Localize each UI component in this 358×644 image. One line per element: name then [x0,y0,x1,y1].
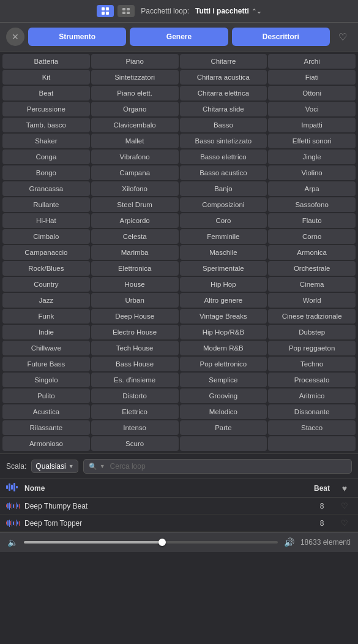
tag-cell[interactable]: Hip Hop [180,277,267,292]
tag-cell[interactable]: Pulito [2,388,90,403]
tag-cell[interactable]: Future Bass [2,357,90,371]
tag-cell[interactable]: Techno [268,357,356,371]
tag-cell[interactable]: Armonica [268,245,356,260]
tag-cell[interactable]: World [268,293,356,308]
tag-cell[interactable]: Femminile [180,229,267,244]
search-box[interactable]: 🔍 ▼ Cerca loop [83,459,352,474]
tag-cell[interactable]: Processato [268,373,356,387]
tag-cell[interactable]: Rilassante [2,420,90,435]
tag-cell[interactable]: Coro [180,213,267,228]
tag-cell[interactable]: Percussione [2,102,90,116]
volume-high-icon[interactable]: 🔊 [284,537,294,547]
track-favorite[interactable]: ♡ [337,518,352,528]
tag-cell[interactable]: Basso elettrico [180,150,267,164]
tag-cell[interactable]: Pop elettronico [180,357,267,371]
tag-cell[interactable]: Jingle [268,150,356,164]
tag-cell[interactable]: House [91,277,179,292]
tag-cell[interactable]: Chitarre [180,54,267,69]
tag-cell[interactable]: Campanaccio [2,245,90,260]
tag-cell[interactable]: Vintage Breaks [180,309,267,324]
favorites-btn[interactable]: ♡ [334,28,352,46]
tag-cell[interactable]: Hip Hop/R&B [180,325,267,339]
tag-cell[interactable]: Basso acustico [180,165,267,180]
tag-cell[interactable]: Hi-Hat [2,213,90,228]
tag-cell[interactable]: Vibrafono [91,150,179,164]
volume-slider[interactable] [24,541,278,544]
tag-cell[interactable]: Distorto [91,388,179,403]
pacchetti-select[interactable]: Tutti i pacchetti ⌃⌄ [195,7,261,15]
tag-cell[interactable]: Composizioni [180,197,267,212]
tag-cell[interactable]: Organo [91,102,179,116]
tag-cell[interactable]: Rullante [2,197,90,212]
tag-cell[interactable]: Modern R&B [180,341,267,355]
tag-cell[interactable]: Ottoni [268,86,356,100]
tag-cell[interactable]: Sassofono [268,197,356,212]
tag-cell[interactable]: Dissonante [268,404,356,419]
tag-cell[interactable]: Effetti sonori [268,134,356,148]
tag-cell[interactable]: Grooving [180,388,267,403]
tag-cell[interactable]: Fiati [268,70,356,85]
tag-cell[interactable]: Aritmico [268,388,356,403]
tag-cell[interactable]: Bass House [91,357,179,371]
table-row[interactable]: Deep Tom Topper 8 ♡ [0,515,358,532]
tag-cell[interactable]: Basso sintetizzato [180,134,267,148]
tag-cell[interactable]: Semplice [180,373,267,387]
tag-cell[interactable] [180,436,267,451]
grid-view-btn[interactable] [97,5,114,17]
tag-cell[interactable]: Arpa [268,181,356,196]
tag-cell[interactable]: Cimbalo [2,229,90,244]
track-favorite[interactable]: ♡ [337,501,352,510]
tag-cell[interactable]: Batteria [2,54,90,69]
slider-thumb[interactable] [158,539,166,546]
tag-cell[interactable]: Maschile [180,245,267,260]
tag-cell[interactable]: Celesta [91,229,179,244]
tag-cell[interactable]: Steel Drum [91,197,179,212]
tag-cell[interactable]: Grancassa [2,181,90,196]
tag-cell[interactable]: Arpicordo [91,213,179,228]
genere-tab[interactable]: Genere [130,28,228,46]
tag-cell[interactable]: Altro genere [180,293,267,308]
table-row[interactable]: Deep Thumpy Beat 8 ♡ [0,498,358,515]
tag-cell[interactable]: Violino [268,165,356,180]
tag-cell[interactable]: Conga [2,150,90,164]
close-filter-btn[interactable]: ✕ [6,28,24,46]
tag-cell[interactable]: Flauto [268,213,356,228]
tag-cell[interactable]: Country [2,277,90,292]
tag-cell[interactable]: Orchestrale [268,261,356,276]
tag-cell[interactable]: Intenso [91,420,179,435]
tag-cell[interactable]: Es. d'insieme [91,373,179,387]
tag-cell[interactable]: Cinese tradizionale [268,309,356,324]
tag-cell[interactable]: Stacco [268,420,356,435]
tag-cell[interactable]: Electro House [91,325,179,339]
tag-cell[interactable]: Chillwave [2,341,90,355]
tag-cell[interactable]: Chitarra acustica [180,70,267,85]
tag-cell[interactable]: Clavicembalo [91,118,179,132]
tag-cell[interactable]: Scuro [91,436,179,451]
tag-cell[interactable]: Xilofono [91,181,179,196]
descrittori-tab[interactable]: Descrittori [232,28,330,46]
tag-cell[interactable]: Kit [2,70,90,85]
tag-cell[interactable]: Campana [91,165,179,180]
tag-cell[interactable]: Tamb. basco [2,118,90,132]
tag-cell[interactable]: Banjo [180,181,267,196]
tag-cell[interactable]: Marimba [91,245,179,260]
tag-cell[interactable]: Deep House [91,309,179,324]
strumento-tab[interactable]: Strumento [28,28,126,46]
tag-cell[interactable]: Beat [2,86,90,100]
tag-cell[interactable]: Piano elett. [91,86,179,100]
tag-cell[interactable]: Basso [180,118,267,132]
tag-cell[interactable]: Sintetizzatori [91,70,179,85]
tag-cell[interactable]: Pop reggaeton [268,341,356,355]
tag-cell[interactable]: Elettrico [91,404,179,419]
tag-cell[interactable]: Archi [268,54,356,69]
tag-cell[interactable]: Parte [180,420,267,435]
tag-cell[interactable]: Rock/Blues [2,261,90,276]
tag-cell[interactable]: Bongo [2,165,90,180]
tag-cell[interactable] [268,436,356,451]
tag-cell[interactable]: Acustica [2,404,90,419]
tag-cell[interactable]: Mallet [91,134,179,148]
tag-cell[interactable]: Jazz [2,293,90,308]
tag-cell[interactable]: Chitarra elettrica [180,86,267,100]
tag-cell[interactable]: Cinema [268,277,356,292]
tag-cell[interactable]: Corno [268,229,356,244]
